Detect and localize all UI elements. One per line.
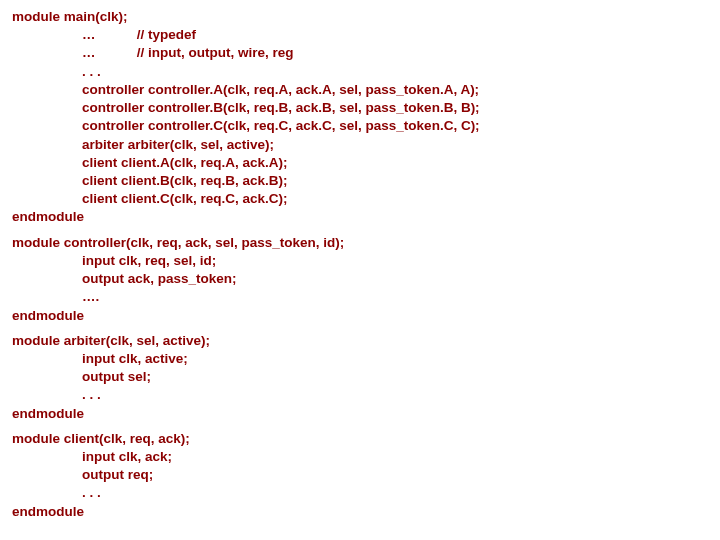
block-gap [12,423,708,430]
code-line: … // input, output, wire, reg [12,44,708,62]
code-line: endmodule [12,208,708,226]
code-line: controller controller.B(clk, req.B, ack.… [12,99,708,117]
code-line: . . . [12,386,708,404]
code-line: . . . [12,63,708,81]
code-line: controller controller.A(clk, req.A, ack.… [12,81,708,99]
block-gap [12,325,708,332]
code-line: input clk, active; [12,350,708,368]
code-line: arbiter arbiter(clk, sel, active); [12,136,708,154]
code-line: … // typedef [12,26,708,44]
code-line: controller controller.C(clk, req.C, ack.… [12,117,708,135]
code-line: output sel; [12,368,708,386]
code-line: client client.C(clk, req.C, ack.C); [12,190,708,208]
code-line: . . . [12,484,708,502]
code-line: client client.A(clk, req.A, ack.A); [12,154,708,172]
code-line: output ack, pass_token; [12,270,708,288]
code-line: input clk, ack; [12,448,708,466]
code-line: module arbiter(clk, sel, active); [12,332,708,350]
code-line: module client(clk, req, ack); [12,430,708,448]
code-line: …. [12,288,708,306]
code-line: module controller(clk, req, ack, sel, pa… [12,234,708,252]
block-gap [12,227,708,234]
code-line: output req; [12,466,708,484]
code-line: endmodule [12,405,708,423]
code-listing: module main(clk);… // typedef… // input,… [12,8,708,521]
code-line: module main(clk); [12,8,708,26]
code-line: endmodule [12,503,708,521]
code-line: endmodule [12,307,708,325]
code-line: input clk, req, sel, id; [12,252,708,270]
code-line: client client.B(clk, req.B, ack.B); [12,172,708,190]
